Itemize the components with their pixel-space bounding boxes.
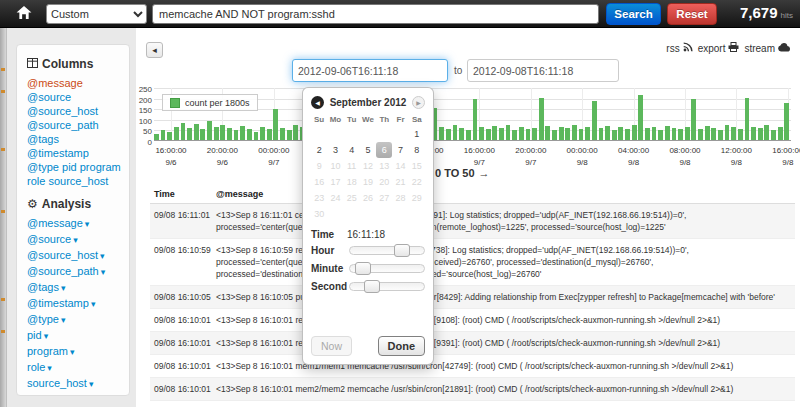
table-row[interactable]: 09/08 16:10:05<13>Sep 8 16:10:05 pup1/pu… [150,286,795,309]
datepicker-buttons: Now Done [311,336,425,356]
sidebar-analysis-program[interactable]: program▾ [27,344,129,360]
calendar-day-7[interactable]: 7 [392,142,408,158]
sidebar-column-source-host[interactable]: @source_host [27,104,129,118]
chart-bar [214,127,219,140]
table-row[interactable]: 09/08 16:10:59<13>Sep 8 16:10:59 rem1/re… [150,239,795,286]
calendar-day-2[interactable]: 2 [311,142,327,158]
sidebar-analysis-tags[interactable]: @tags▾ [27,280,129,296]
search-button[interactable]: Search [606,3,661,25]
minute-slider-track[interactable] [349,264,425,273]
analysis-item-label: @source_path [27,265,99,277]
sidebar-column-message[interactable]: @message [27,76,129,90]
sidebar-column-tags[interactable]: @tags [27,132,129,146]
calendar-day-9: 9 [311,158,327,174]
chart-bar [751,127,756,140]
scrollbar-strip[interactable] [0,28,7,407]
stream-link[interactable]: stream [744,43,790,54]
chart-bar [280,128,285,140]
sidebar-column-source[interactable]: @source [27,90,129,104]
calendar-day-1[interactable]: 1 [409,126,425,142]
chart-bar [552,130,557,140]
sidebar-analysis-message[interactable]: @message▾ [27,216,129,232]
calendar-week-row: 2345678 [311,142,425,158]
calendar-day-6[interactable]: 6 [376,142,392,158]
calendar-day-30: 30 [311,206,327,222]
column-header-message[interactable]: @message [216,189,263,199]
next-month-button[interactable]: ▶ [412,96,425,109]
query-input[interactable] [152,4,599,24]
table-row[interactable]: 09/08 16:11:01<13>Sep 8 16:11:01 cen1/ce… [150,204,795,239]
now-button[interactable]: Now [311,336,352,356]
minute-slider-thumb[interactable] [355,262,371,275]
sidebar-column-source-path[interactable]: @source_path [27,118,129,132]
second-slider-thumb[interactable] [364,280,380,293]
chart-bar [526,129,531,140]
sidebar-analysis-role[interactable]: role▾ [27,360,129,376]
second-slider-track[interactable] [349,282,425,291]
sidebar-column-role-source-host[interactable]: role source_host [27,174,129,188]
sidebar-analysis-pid[interactable]: pid▾ [27,328,129,344]
scroll-mark [1,90,5,93]
calendar-week-row: 30 [311,206,425,222]
chart-bar [652,127,657,140]
sidebar-column-timestamp[interactable]: @timestamp [27,146,129,160]
sidebar-analysis-type[interactable]: @type▾ [27,312,129,328]
caret-down-icon: ▾ [70,347,75,357]
calendar-empty-cell [392,206,408,222]
datepicker-popup: ◀ September 2012 ▶ SuMoTuWeThFrSa 123456… [302,87,434,365]
chart-bar [499,128,504,140]
columns-title: Columns [42,57,93,71]
x-tick-date: 9/8 [758,158,800,167]
arrow-right-icon: → [479,167,490,179]
chart-bar [764,125,769,140]
caret-down-icon: ▾ [44,331,49,341]
calendar-header: ◀ September 2012 ▶ [311,96,425,109]
chart-bar [161,130,166,140]
calendar-day-8[interactable]: 8 [409,142,425,158]
chart-bar [565,128,570,140]
sidebar-analysis-timestamp[interactable]: @timestamp▾ [27,296,129,312]
dashboard-select[interactable]: Custom [46,4,147,24]
chart-bar [293,125,298,140]
pagination-next[interactable]: 0 TO 50→ [435,167,490,179]
chart-bar [771,130,776,140]
home-button[interactable] [8,3,40,25]
table-row[interactable]: 09/08 16:10:01<13>Sep 8 16:10:01 rem1/re… [150,309,795,332]
topbar: Custom Search Reset 7,679hits [0,0,800,28]
chart-bar [585,127,590,140]
analysis-item-label: @source_host [27,249,98,261]
sidebar-analysis-source[interactable]: @source▾ [27,232,129,248]
done-button[interactable]: Done [378,336,426,356]
timerange-to-input[interactable] [467,59,619,82]
table-row[interactable]: 09/08 16:10:01<13>Sep 8 16:10:01 rem2/re… [150,332,795,355]
table-row[interactable]: 09/08 16:10:01<13>Sep 8 16:10:01 mem1/me… [150,355,795,378]
chart-bar [260,127,265,140]
timerange-from-input[interactable] [292,59,448,82]
x-axis-tick: 16:00:009/8 [758,146,800,167]
sidebar-analysis-source-host[interactable]: source_host▾ [27,376,129,392]
calendar-day-13: 13 [376,158,392,174]
sidebar-column-type-pid-program[interactable]: @type pid program [27,160,129,174]
chart-bar [154,134,159,140]
sidebar-analysis-source-path[interactable]: @source_path▾ [27,264,129,280]
sidebar-analysis-source-host[interactable]: @source_host▾ [27,248,129,264]
calendar-empty-cell [409,206,425,222]
table-row[interactable]: 09/08 16:10:01<13>Sep 8 16:10:01 mem2/me… [150,378,795,401]
rss-link[interactable]: rss [666,42,692,54]
calendar-day-3[interactable]: 3 [327,142,343,158]
analysis-header: ⚙ Analysis [27,197,129,211]
chart-bar [446,129,451,140]
time-back-button[interactable]: ◂ [146,42,163,58]
hour-slider-track[interactable] [349,246,425,255]
prev-month-button[interactable]: ◀ [311,96,324,109]
hour-slider-thumb[interactable] [394,244,410,257]
calendar-day-4[interactable]: 4 [344,142,360,158]
calendar-day-19: 19 [360,174,376,190]
scroll-mark [1,148,5,151]
y-axis-label: 50 [143,127,152,136]
export-link[interactable]: export [698,42,740,54]
column-header-time[interactable]: Time [154,189,216,199]
reset-button[interactable]: Reset [667,3,717,25]
calendar-day-5[interactable]: 5 [360,142,376,158]
chart-bar [506,125,511,140]
